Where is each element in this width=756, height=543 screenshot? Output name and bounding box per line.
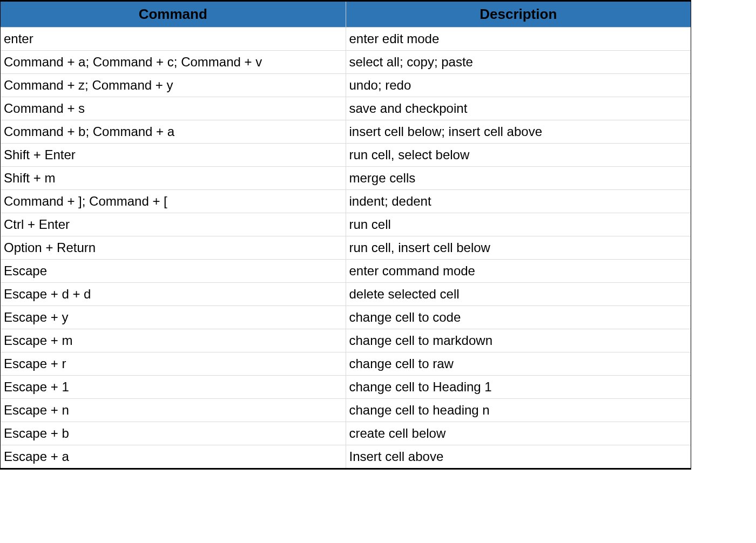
cell-description: indent; dedent — [346, 190, 691, 213]
cell-description: change cell to Heading 1 — [346, 376, 691, 399]
cell-command: Option + Return — [1, 236, 346, 260]
shortcuts-table-wrapper: Command Description enter enter edit mod… — [0, 0, 691, 470]
cell-command: Escape + r — [1, 352, 346, 376]
cell-description: run cell — [346, 213, 691, 236]
cell-description: change cell to raw — [346, 352, 691, 376]
cell-description: insert cell below; insert cell above — [346, 120, 691, 144]
table-row: Escape enter command mode — [1, 260, 691, 283]
cell-description: change cell to code — [346, 306, 691, 329]
table-row: Command + s save and checkpoint — [1, 97, 691, 120]
cell-description: Insert cell above — [346, 445, 691, 469]
cell-command: Ctrl + Enter — [1, 213, 346, 236]
table-header-row: Command Description — [1, 2, 691, 28]
table-body: enter enter edit mode Command + a; Comma… — [1, 28, 691, 469]
cell-command: Escape + a — [1, 445, 346, 469]
header-command: Command — [1, 2, 346, 28]
table-row: Escape + b create cell below — [1, 422, 691, 445]
cell-command: enter — [1, 28, 346, 51]
shortcuts-table: Command Description enter enter edit mod… — [1, 2, 691, 468]
cell-description: delete selected cell — [346, 283, 691, 306]
cell-command: Escape + n — [1, 399, 346, 422]
cell-command: Escape — [1, 260, 346, 283]
cell-command: Escape + b — [1, 422, 346, 445]
cell-command: Escape + y — [1, 306, 346, 329]
cell-description: enter command mode — [346, 260, 691, 283]
cell-command: Command + z; Command + y — [1, 74, 346, 97]
table-row: Escape + 1 change cell to Heading 1 — [1, 376, 691, 399]
table-row: Option + Return run cell, insert cell be… — [1, 236, 691, 260]
table-row: Command + b; Command + a insert cell bel… — [1, 120, 691, 144]
cell-description: undo; redo — [346, 74, 691, 97]
table-row: Ctrl + Enter run cell — [1, 213, 691, 236]
table-row: enter enter edit mode — [1, 28, 691, 51]
cell-description: run cell, insert cell below — [346, 236, 691, 260]
cell-command: Shift + m — [1, 167, 346, 190]
table-row: Escape + m change cell to markdown — [1, 329, 691, 352]
cell-command: Shift + Enter — [1, 144, 346, 167]
cell-description: save and checkpoint — [346, 97, 691, 120]
cell-description: change cell to heading n — [346, 399, 691, 422]
cell-command: Command + ]; Command + [ — [1, 190, 346, 213]
table-row: Command + z; Command + y undo; redo — [1, 74, 691, 97]
cell-command: Command + b; Command + a — [1, 120, 346, 144]
cell-description: select all; copy; paste — [346, 51, 691, 74]
cell-command: Command + a; Command + c; Command + v — [1, 51, 346, 74]
cell-command: Escape + 1 — [1, 376, 346, 399]
table-row: Command + a; Command + c; Command + v se… — [1, 51, 691, 74]
table-row: Escape + d + d delete selected cell — [1, 283, 691, 306]
table-row: Shift + Enter run cell, select below — [1, 144, 691, 167]
cell-description: enter edit mode — [346, 28, 691, 51]
cell-description: run cell, select below — [346, 144, 691, 167]
table-row: Escape + r change cell to raw — [1, 352, 691, 376]
table-row: Escape + y change cell to code — [1, 306, 691, 329]
table-row: Escape + a Insert cell above — [1, 445, 691, 469]
table-row: Command + ]; Command + [ indent; dedent — [1, 190, 691, 213]
cell-description: merge cells — [346, 167, 691, 190]
cell-description: create cell below — [346, 422, 691, 445]
table-row: Shift + m merge cells — [1, 167, 691, 190]
cell-command: Escape + d + d — [1, 283, 346, 306]
cell-description: change cell to markdown — [346, 329, 691, 352]
header-description: Description — [346, 2, 691, 28]
cell-command: Command + s — [1, 97, 346, 120]
cell-command: Escape + m — [1, 329, 346, 352]
table-row: Escape + n change cell to heading n — [1, 399, 691, 422]
